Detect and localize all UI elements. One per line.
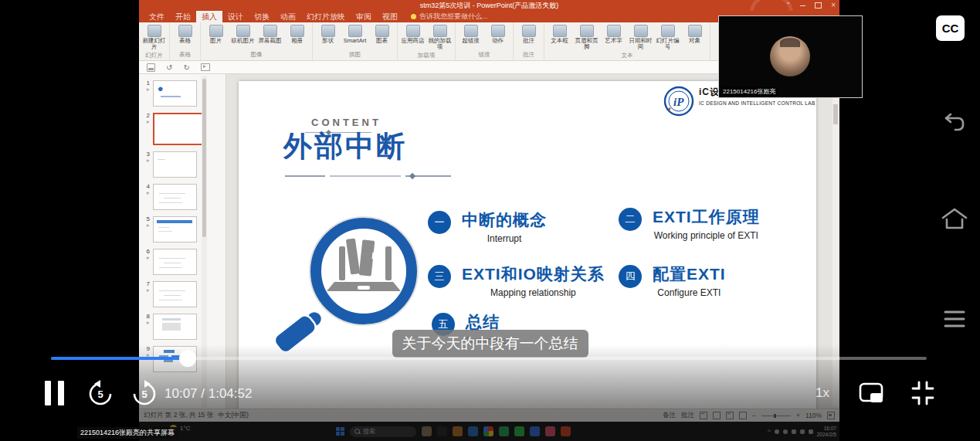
ribbon-button[interactable]: 日期和时间 — [628, 24, 653, 51]
taskbar-app-icon[interactable] — [468, 426, 478, 436]
ribbon-button[interactable]: 表格 — [172, 24, 198, 44]
taskbar-app-icon[interactable] — [499, 426, 509, 436]
taskbar-app-icon[interactable] — [561, 426, 571, 436]
thumbnail-image[interactable] — [153, 249, 197, 275]
taskbar-app-icon[interactable] — [453, 426, 463, 436]
ribbon-button[interactable]: 页眉和页脚 — [574, 24, 599, 51]
slideshow-icon[interactable] — [201, 63, 210, 71]
taskbar-app-icon[interactable] — [545, 426, 555, 436]
android-recents-button[interactable] — [942, 308, 967, 330]
ribbon-button[interactable]: 相册 — [284, 24, 310, 44]
menu-tab[interactable]: 幻灯片放映 — [301, 11, 351, 22]
menu-tab[interactable]: 视图 — [377, 11, 403, 22]
undo-icon[interactable]: ↺ — [166, 64, 172, 71]
cloud-icon[interactable] — [775, 429, 779, 434]
ribbon-button[interactable]: 联机图片 — [230, 24, 256, 44]
ribbon-button[interactable]: 我的加载项 — [427, 24, 453, 51]
android-back-button[interactable] — [941, 110, 968, 134]
tray-chevron-icon[interactable]: ^ — [768, 428, 771, 435]
playback-speed-button[interactable]: 1x — [816, 385, 829, 401]
start-button[interactable] — [336, 427, 344, 436]
redo-icon[interactable]: ↻ — [183, 64, 189, 71]
ribbon-button[interactable]: 动作 — [485, 24, 510, 44]
window-title: stm32第5次培训 - PowerPoint(产品激活失败) — [420, 1, 559, 11]
ribbon-button[interactable]: SmartArt — [342, 24, 368, 44]
ribbon-button[interactable]: 应用商店 — [400, 24, 426, 44]
taskbar-search[interactable]: 搜索 — [350, 426, 416, 437]
slide-thumbnail[interactable]: 1 ★ — [143, 80, 226, 107]
menu-tab[interactable]: 开始 — [170, 11, 196, 22]
maximize-icon[interactable] — [815, 2, 822, 8]
ribbon-button[interactable]: 超链接 — [458, 24, 483, 44]
thumbnail-image[interactable] — [153, 184, 197, 210]
taskbar-app-icon[interactable] — [514, 426, 524, 436]
exit-fullscreen-button[interactable] — [908, 378, 938, 408]
slide-thumbnail[interactable]: 8 ★ — [143, 314, 226, 340]
ribbon-button[interactable]: 文本框 — [547, 24, 572, 44]
thumbnail-image[interactable] — [153, 80, 197, 107]
menu-tab[interactable]: 切换 — [249, 11, 275, 22]
close-icon[interactable]: × — [831, 2, 836, 9]
thumbnail-image[interactable] — [153, 314, 197, 340]
rewind-5-button[interactable]: 5 — [85, 378, 116, 409]
slide-thumbnail[interactable]: 5 ★ — [143, 216, 226, 243]
ribbon-button[interactable]: 艺术字 — [601, 24, 626, 44]
save-icon[interactable] — [147, 63, 155, 72]
zoom-in-button[interactable]: + — [796, 412, 800, 419]
thumbnail-image[interactable] — [153, 216, 197, 243]
volume-icon[interactable] — [809, 429, 813, 434]
menu-tab[interactable]: 设计 — [222, 11, 249, 22]
menu-tab[interactable]: 插入 — [196, 11, 222, 22]
slide[interactable]: CONTENT 外部中断 iP iC设计&智能控制实验室 IC DESIGN A… — [239, 81, 816, 409]
ribbon-button[interactable]: 图片 — [203, 24, 229, 44]
forward-5-button[interactable]: 5 — [129, 378, 160, 409]
slideshow-view-icon[interactable] — [739, 412, 747, 419]
language-indicator[interactable]: 中文(中国) — [218, 411, 249, 420]
ribbon-options-icon[interactable]: ⌃ — [785, 2, 791, 8]
fit-slide-icon[interactable] — [827, 412, 835, 419]
slide-thumbnail[interactable]: 4 ★ — [143, 184, 226, 210]
zoom-level[interactable]: 110% — [805, 412, 822, 419]
taskbar-app-icon[interactable] — [437, 426, 447, 436]
android-home-button[interactable] — [940, 206, 969, 232]
taskbar-app-icon[interactable] — [530, 426, 540, 436]
slide-thumbnail[interactable]: 6 ★ — [143, 249, 226, 275]
menu-tab[interactable]: 文件 — [144, 11, 170, 22]
zoom-slider[interactable] — [761, 416, 791, 416]
thumbnail-image[interactable] — [153, 113, 203, 145]
progress-handle[interactable] — [179, 350, 196, 367]
person-icon[interactable] — [783, 429, 788, 434]
progress-bar[interactable] — [51, 357, 927, 360]
reading-view-icon[interactable] — [726, 412, 734, 419]
ribbon-button[interactable]: 形状 — [315, 24, 341, 44]
taskbar-clock[interactable]: 16:07 2024/2/5 — [817, 426, 836, 438]
taskbar-app-icon[interactable] — [422, 426, 432, 436]
slide-thumbnail[interactable]: 3 ★ — [143, 151, 226, 178]
ribbon-button[interactable]: 新建幻灯片 — [141, 24, 167, 51]
zoom-out-button[interactable]: − — [752, 412, 756, 419]
slide-thumbnail[interactable]: 7 ★ — [143, 281, 226, 307]
menu-tab[interactable]: 审阅 — [351, 11, 377, 22]
slide-thumbnail[interactable]: 2 ★ — [143, 113, 226, 145]
comments-button[interactable]: 批注 — [681, 411, 694, 420]
ribbon-button[interactable]: 幻灯片编号 — [655, 24, 680, 51]
ribbon-button[interactable]: 图表 — [369, 24, 395, 44]
ribbon-button[interactable]: 屏幕截图 — [257, 24, 283, 44]
thumbnail-image[interactable] — [153, 281, 197, 307]
minimize-icon[interactable] — [800, 5, 805, 6]
mic-icon[interactable] — [792, 429, 796, 434]
wifi-icon[interactable] — [800, 429, 805, 434]
thumbnail-image[interactable] — [153, 151, 197, 178]
pause-button[interactable] — [45, 381, 64, 405]
closed-captions-button[interactable]: CC — [936, 15, 965, 41]
webcam-overlay[interactable]: 2215014216张殿亮 — [718, 15, 863, 98]
picture-in-picture-button[interactable] — [857, 380, 887, 406]
normal-view-icon[interactable] — [700, 412, 707, 419]
taskbar-app-icon[interactable] — [483, 426, 493, 436]
slide-sorter-icon[interactable] — [713, 412, 721, 419]
ribbon-button[interactable]: 对象 — [682, 24, 707, 44]
ribbon-button[interactable]: 批注 — [516, 24, 541, 44]
tell-me-box[interactable]: 告诉我您想要做什么... — [411, 11, 488, 22]
menu-tab[interactable]: 动画 — [275, 11, 301, 22]
notes-button[interactable]: 备注 — [663, 411, 676, 420]
